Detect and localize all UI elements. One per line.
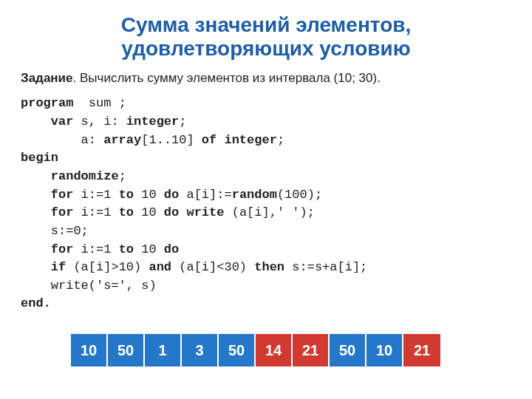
code-t: (a[i],' '); [224, 205, 314, 219]
code-t: i:=1 [73, 242, 118, 256]
code-t: ; [179, 115, 186, 129]
title-line-2: удовлетворяющих условию [121, 37, 410, 60]
kw-then: then [254, 260, 284, 274]
code-t [21, 242, 51, 256]
title-line-1: Сумма значений элементов, [121, 13, 412, 36]
kw-to: to [119, 242, 134, 256]
code-t: sum ; [73, 96, 126, 110]
kw-for: for [51, 188, 74, 202]
kw-for: for [51, 242, 74, 256]
code-t: (100); [277, 188, 322, 202]
page-title: Сумма значений элементов, удовлетворяющи… [0, 0, 532, 66]
code-t: s:=s+a[i]; [284, 260, 367, 274]
array-cell-2: 1 [145, 334, 182, 366]
code-t: (a[i]>10) [66, 260, 149, 274]
code-t: (a[i]<30) [171, 260, 254, 274]
code-t: i:=1 [73, 188, 118, 202]
kw-to: to [119, 205, 134, 219]
code-t [21, 188, 51, 202]
array-cell-5: 14 [256, 334, 293, 366]
array-cell-8: 10 [366, 334, 403, 366]
array-cell-6: 21 [293, 334, 330, 366]
kw-if: if [51, 260, 66, 274]
kw-var: var [21, 115, 73, 129]
kw-integer: integer [126, 115, 179, 129]
code-t [21, 260, 51, 274]
array-cell-7: 50 [330, 334, 366, 366]
array-bar: 105013501421501021 [71, 334, 440, 366]
kw-begin: begin [21, 151, 58, 165]
kw-do-write: do write [164, 205, 225, 219]
kw-to: to [119, 188, 134, 202]
code-block: program sum ; var s, i: integer; a: arra… [0, 93, 532, 313]
code-t [21, 205, 51, 219]
code-t: a[i]:= [179, 188, 231, 202]
code-t: ; [119, 169, 126, 183]
code-t: 10 [134, 242, 164, 256]
code-t: i:=1 [73, 205, 118, 219]
array-cell-0: 10 [71, 334, 108, 366]
task-label: Задание [21, 71, 73, 85]
array-cell-1: 50 [108, 334, 145, 366]
code-t: ; [277, 133, 284, 147]
code-t: [1..10] [141, 133, 202, 147]
task-text: . Вычислить сумму элементов из интервала… [73, 71, 381, 85]
code-t: s, i: [73, 115, 126, 129]
kw-array: array [103, 133, 141, 147]
code-t: a: [21, 133, 103, 147]
code-t: 10 [134, 188, 164, 202]
kw-and: and [149, 260, 171, 274]
array-cell-9: 21 [403, 334, 440, 366]
code-t [21, 169, 51, 183]
array-cell-4: 50 [219, 334, 256, 366]
code-t: write('s=', s) [21, 279, 157, 293]
kw-do: do [164, 242, 179, 256]
kw-randomize: randomize [51, 169, 119, 183]
kw-program: program [21, 96, 73, 110]
kw-random: random [232, 188, 277, 202]
code-t: s:=0; [21, 224, 89, 238]
kw-for: for [51, 205, 74, 219]
kw-do: do [164, 188, 179, 202]
kw-end: end. [21, 296, 51, 310]
array-cell-3: 3 [182, 334, 219, 366]
task-line: Задание. Вычислить сумму элементов из ин… [0, 66, 532, 93]
kw-of-integer: of integer [202, 133, 277, 147]
code-t: 10 [134, 205, 164, 219]
